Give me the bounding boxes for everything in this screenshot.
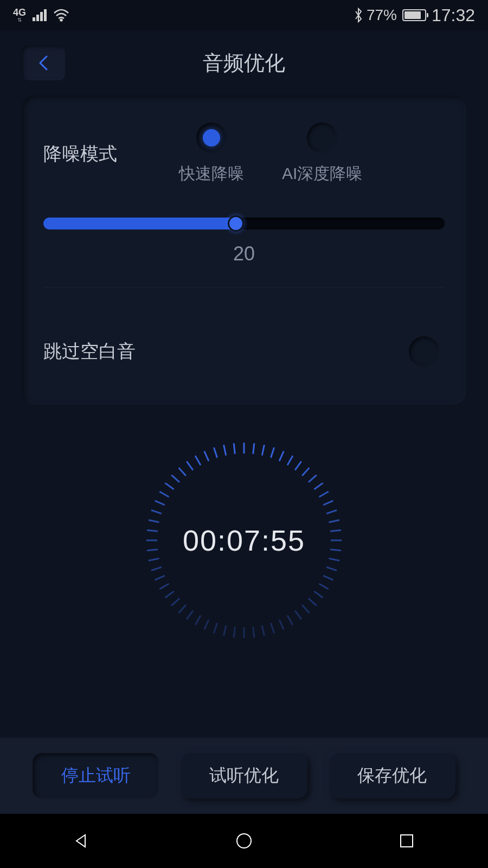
radio-dot-icon — [203, 129, 220, 146]
radio-fast-label: 快速降噪 — [179, 163, 244, 185]
timer-circle: 00:07:55 — [141, 437, 347, 643]
svg-line-9 — [309, 475, 317, 482]
svg-line-30 — [253, 627, 254, 637]
stop-label: 停止试听 — [61, 764, 131, 788]
svg-line-15 — [330, 530, 341, 531]
stop-preview-button[interactable]: 停止试听 — [33, 753, 159, 799]
svg-line-56 — [195, 456, 201, 465]
preview-button[interactable]: 试听优化 — [181, 753, 307, 799]
svg-line-14 — [329, 520, 340, 522]
svg-line-54 — [179, 468, 186, 476]
status-left: 4G ⇅ — [13, 8, 69, 23]
svg-line-6 — [287, 456, 293, 465]
wifi-icon — [53, 9, 69, 22]
slider-track — [43, 218, 445, 229]
timer-section: 00:07:55 — [0, 437, 488, 643]
save-button[interactable]: 保存优化 — [329, 753, 455, 799]
svg-line-11 — [319, 492, 329, 497]
svg-line-43 — [151, 567, 162, 570]
slider-value-label: 20 — [43, 242, 445, 265]
signal-icon — [33, 9, 47, 21]
slider-fill — [43, 218, 236, 229]
svg-line-8 — [302, 468, 309, 476]
svg-line-41 — [159, 584, 169, 589]
system-nav-bar — [0, 814, 488, 868]
status-right: 77% 17:32 — [354, 5, 475, 25]
slider-thumb[interactable] — [228, 215, 244, 232]
radio-circle-icon — [307, 123, 337, 153]
divider — [43, 287, 445, 288]
svg-line-33 — [224, 626, 226, 636]
radio-ai-noise[interactable]: AI深度降噪 — [282, 123, 362, 185]
svg-line-24 — [302, 605, 309, 613]
preview-label: 试听优化 — [209, 764, 279, 788]
noise-slider[interactable]: 20 — [43, 218, 445, 265]
svg-line-4 — [271, 448, 274, 458]
svg-line-5 — [279, 451, 284, 461]
battery-percent: 77% — [367, 7, 397, 24]
svg-line-12 — [323, 501, 333, 505]
svg-line-28 — [271, 623, 274, 633]
skip-silence-row: 跳过空白音 — [43, 336, 445, 367]
svg-line-3 — [262, 445, 264, 456]
svg-line-29 — [262, 626, 264, 636]
nav-home-button[interactable] — [233, 830, 255, 852]
back-button[interactable] — [22, 46, 65, 80]
svg-line-37 — [187, 610, 193, 619]
svg-line-39 — [171, 598, 179, 605]
settings-card: 降噪模式 快速降噪 AI深度降噪 20 跳过空白音 — [22, 95, 466, 405]
svg-point-62 — [237, 834, 251, 848]
network-indicator: 4G ⇅ — [13, 8, 26, 23]
svg-rect-63 — [401, 835, 413, 847]
svg-marker-61 — [76, 835, 85, 847]
clock: 17:32 — [432, 5, 475, 25]
svg-line-7 — [295, 461, 301, 470]
timer-display: 00:07:55 — [183, 524, 305, 557]
svg-line-25 — [295, 610, 301, 619]
triangle-back-icon — [73, 833, 89, 849]
svg-line-57 — [204, 451, 209, 461]
svg-line-13 — [326, 510, 337, 513]
svg-line-21 — [319, 584, 329, 589]
svg-line-42 — [155, 576, 165, 580]
svg-line-38 — [179, 605, 186, 613]
network-label: 4G — [13, 8, 26, 17]
status-bar: 4G ⇅ 77% 17:32 — [0, 0, 488, 30]
svg-line-22 — [314, 591, 323, 598]
svg-line-34 — [214, 623, 217, 633]
nav-recent-button[interactable] — [396, 830, 418, 852]
svg-line-27 — [279, 620, 284, 629]
radio-circle-icon — [196, 123, 227, 153]
svg-line-10 — [314, 483, 323, 489]
bluetooth-icon — [354, 8, 363, 23]
svg-line-40 — [165, 591, 174, 598]
radio-ai-label: AI深度降噪 — [282, 163, 362, 185]
noise-mode-radio-group: 快速降噪 AI深度降噪 — [152, 123, 445, 185]
svg-line-35 — [204, 620, 209, 629]
svg-line-50 — [155, 501, 165, 505]
nav-back-button[interactable] — [70, 830, 92, 852]
battery-icon — [402, 9, 426, 21]
svg-line-18 — [329, 558, 340, 560]
radio-fast-noise[interactable]: 快速降噪 — [179, 123, 244, 185]
svg-line-20 — [323, 576, 333, 580]
noise-mode-label: 降噪模式 — [43, 142, 125, 167]
svg-line-45 — [147, 550, 158, 551]
svg-line-44 — [149, 558, 159, 560]
svg-line-51 — [159, 492, 169, 497]
skip-silence-radio[interactable] — [409, 336, 439, 367]
svg-line-49 — [151, 510, 162, 513]
svg-line-55 — [187, 461, 193, 470]
chevron-left-icon — [36, 54, 51, 72]
svg-line-48 — [149, 520, 159, 522]
action-bar: 停止试听 试听优化 保存优化 — [0, 738, 488, 814]
svg-line-32 — [234, 627, 235, 637]
svg-line-26 — [287, 616, 293, 625]
svg-line-47 — [147, 530, 158, 531]
svg-line-53 — [171, 475, 179, 482]
skip-silence-label: 跳过空白音 — [43, 339, 136, 364]
svg-line-17 — [330, 550, 341, 551]
svg-line-59 — [224, 445, 226, 456]
square-recent-icon — [399, 833, 414, 848]
noise-mode-row: 降噪模式 快速降噪 AI深度降噪 — [43, 123, 445, 185]
